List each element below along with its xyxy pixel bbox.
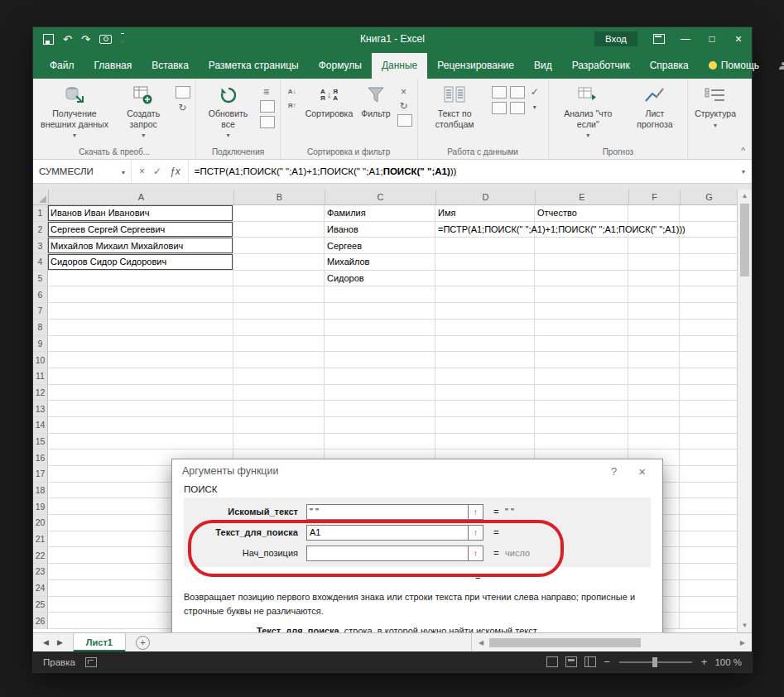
name-box[interactable]: СУММЕСЛИ — [33, 160, 132, 183]
column-header-C[interactable]: C — [325, 190, 436, 204]
zoom-level[interactable]: 100 % — [714, 657, 742, 667]
refresh-all-button[interactable]: Обновить все — [199, 81, 257, 142]
sort-za-icon[interactable]: Я↑ — [286, 100, 299, 111]
tab-developer[interactable]: Разработчик — [562, 53, 640, 79]
cell-F10[interactable] — [628, 352, 680, 368]
cell-F1[interactable] — [628, 205, 680, 221]
cell-G2[interactable] — [680, 222, 737, 238]
cell-C15[interactable] — [325, 434, 435, 449]
row-header-3[interactable]: 3 — [33, 238, 48, 253]
cell-D6[interactable] — [435, 286, 535, 302]
flash-fill-icon[interactable] — [492, 86, 507, 99]
scroll-up-icon[interactable] — [742, 192, 748, 199]
filter-button[interactable]: Фильтр — [357, 81, 394, 121]
cell-G26[interactable] — [680, 613, 737, 628]
cell-G4[interactable] — [680, 254, 737, 270]
cell-D13[interactable] — [435, 401, 535, 416]
cancel-entry-icon[interactable] — [139, 166, 145, 177]
row-header-9[interactable]: 9 — [33, 336, 48, 352]
redo-icon[interactable] — [81, 34, 90, 45]
row-header-1[interactable]: 1 — [33, 205, 48, 221]
maximize-button[interactable] — [699, 27, 725, 50]
cell-G7[interactable] — [680, 303, 737, 319]
row-header-20[interactable]: 20 — [33, 515, 48, 531]
cell-G8[interactable] — [680, 320, 737, 335]
next-sheet-icon[interactable] — [57, 638, 63, 647]
cell-B2[interactable] — [233, 222, 325, 238]
cell-C5[interactable]: Сидоров — [325, 271, 435, 286]
cell-B14[interactable] — [233, 417, 325, 433]
cell-G23[interactable] — [680, 564, 737, 579]
text-to-columns-button[interactable]: Текст по столбцам — [421, 81, 489, 131]
cell-A2[interactable]: Сергеев Сергей Сергеевич — [48, 222, 233, 238]
undo-icon[interactable] — [63, 34, 72, 45]
cell-B15[interactable] — [233, 434, 325, 449]
row-header-5[interactable]: 5 — [33, 271, 48, 286]
cell-G22[interactable] — [680, 547, 737, 563]
cell-D12[interactable] — [435, 385, 535, 401]
cell-C1[interactable]: Фамилия — [325, 205, 435, 221]
cell-B1[interactable] — [233, 205, 325, 221]
get-external-data-button[interactable]: Получение внешних данных — [36, 81, 113, 142]
formula-input[interactable]: =ПСТР(A1;ПОИСК(" ";A1)+1;ПОИСК(" ";A1;ПО… — [189, 160, 735, 183]
cell-C12[interactable] — [325, 385, 435, 401]
manage-data-model-icon[interactable] — [528, 102, 541, 113]
tab-help[interactable]: Справка — [640, 53, 699, 79]
cell-D10[interactable] — [435, 352, 535, 368]
cell-C2[interactable]: Иванов — [325, 222, 435, 238]
collapse-dialog-icon[interactable] — [469, 525, 483, 541]
macro-record-icon[interactable] — [85, 657, 97, 667]
cell-F7[interactable] — [628, 303, 680, 319]
minimize-button[interactable] — [672, 27, 699, 50]
cell-G3[interactable] — [680, 238, 737, 253]
zoom-slider[interactable] — [619, 661, 692, 663]
tab-view[interactable]: Вид — [524, 53, 562, 79]
cell-G12[interactable] — [680, 385, 737, 401]
cell-A5[interactable] — [48, 271, 233, 286]
find-text-input[interactable] — [306, 504, 469, 520]
outline-button[interactable]: Структура — [690, 81, 740, 131]
cell-E1[interactable]: Отчество — [535, 205, 628, 221]
cell-E12[interactable] — [535, 385, 628, 401]
cell-A14[interactable] — [48, 417, 233, 433]
cell-D3[interactable] — [435, 238, 535, 253]
row-header-23[interactable]: 23 — [33, 564, 48, 579]
cell-A4[interactable]: Сидоров Сидор Сидорович — [48, 254, 233, 270]
cell-E6[interactable] — [535, 286, 628, 302]
cell-G1[interactable] — [680, 205, 737, 221]
data-validation-icon[interactable] — [528, 86, 541, 97]
row-header-6[interactable]: 6 — [33, 286, 48, 302]
cell-D11[interactable] — [435, 368, 535, 384]
row-header-24[interactable]: 24 — [33, 580, 48, 596]
dialog-help-icon[interactable] — [611, 465, 617, 478]
consolidate-icon[interactable] — [492, 102, 507, 114]
cell-G20[interactable] — [680, 515, 737, 531]
cell-B11[interactable] — [233, 368, 325, 384]
edit-links-icon[interactable] — [260, 116, 275, 128]
cell-F15[interactable] — [628, 434, 680, 449]
tab-data[interactable]: Данные — [372, 53, 427, 79]
cell-E13[interactable] — [535, 401, 628, 416]
row-header-16[interactable]: 16 — [33, 449, 48, 465]
cell-B8[interactable] — [233, 320, 325, 335]
cell-G9[interactable] — [680, 336, 737, 352]
sort-button[interactable]: АЯ ↓ ЯА Сортировка — [301, 81, 358, 121]
cell-G18[interactable] — [680, 483, 737, 498]
cell-B5[interactable] — [233, 271, 325, 286]
cell-G21[interactable] — [680, 531, 737, 547]
cell-F8[interactable] — [628, 320, 680, 335]
tab-review[interactable]: Рецензирование — [427, 53, 524, 79]
close-button[interactable] — [725, 27, 752, 50]
cell-A10[interactable] — [48, 352, 233, 368]
collapse-ribbon-icon[interactable] — [741, 147, 745, 156]
tab-insert[interactable]: Вставка — [142, 53, 199, 79]
scroll-right-icon[interactable] — [737, 639, 748, 647]
vertical-scrollbar[interactable] — [737, 190, 752, 632]
normal-view-icon[interactable] — [546, 656, 558, 667]
cell-E15[interactable] — [535, 434, 628, 449]
share-button[interactable]: Поделиться — [769, 53, 784, 79]
cell-C7[interactable] — [325, 303, 435, 319]
cell-G13[interactable] — [680, 401, 737, 416]
row-header-4[interactable]: 4 — [33, 254, 48, 270]
cell-D5[interactable] — [435, 271, 535, 286]
